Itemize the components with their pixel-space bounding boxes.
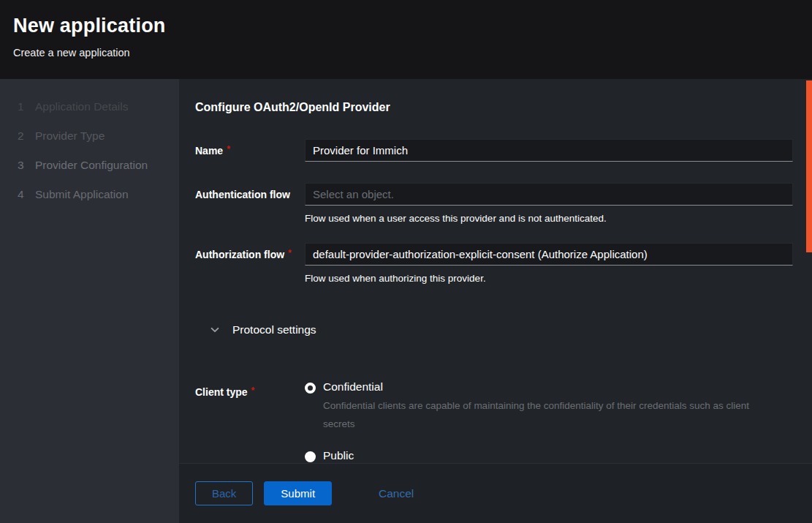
scrollbar-track[interactable] (806, 79, 812, 523)
step-number: 3 (18, 159, 35, 172)
submit-button[interactable]: Submit (264, 481, 332, 505)
authorization-flow-select[interactable] (305, 243, 793, 266)
name-row: Name* (195, 139, 793, 162)
name-input[interactable] (305, 139, 793, 162)
protocol-settings-title: Protocol settings (232, 323, 316, 336)
authentication-flow-row: Authentication flow Flow used when a use… (195, 183, 793, 224)
authorization-flow-label: Authorization flow* (195, 243, 305, 261)
required-indicator: * (227, 144, 230, 154)
radio-public-label[interactable]: Public (323, 449, 354, 462)
authentication-flow-select[interactable] (305, 183, 793, 206)
new-application-wizard: New application Create a new application… (0, 0, 812, 523)
page-subtitle: Create a new application (13, 47, 799, 59)
step-label: Provider Type (35, 129, 105, 143)
wizard-footer: Back Submit Cancel (179, 463, 812, 523)
wizard-step-application-details[interactable]: 1 Application Details (0, 92, 179, 121)
chevron-down-icon (210, 325, 220, 335)
client-type-label: Client type* (195, 380, 305, 399)
wizard-body: 1 Application Details 2 Provider Type 3 … (0, 79, 812, 523)
authentication-flow-label: Authentication flow (195, 183, 305, 201)
cancel-link[interactable]: Cancel (379, 487, 414, 500)
radio-public[interactable] (305, 451, 316, 462)
step-number: 1 (18, 100, 35, 113)
back-button[interactable]: Back (195, 481, 253, 505)
wizard-steps-sidebar: 1 Application Details 2 Provider Type 3 … (0, 79, 179, 523)
client-type-row: Client type* Confidential Confidential c… (195, 380, 793, 463)
wizard-step-provider-configuration[interactable]: 3 Provider Configuration (0, 151, 179, 180)
client-type-option-public: Public Public clients are incapable of m… (305, 449, 793, 463)
wizard-step-provider-type[interactable]: 2 Provider Type (0, 121, 179, 151)
scrollbar-thumb[interactable] (806, 80, 812, 252)
wizard-main: Configure OAuth2/OpenId Provider Name* A… (179, 79, 812, 523)
client-type-option-confidential: Confidential Confidential clients are ca… (305, 380, 793, 434)
form-heading: Configure OAuth2/OpenId Provider (195, 101, 793, 114)
name-label: Name* (195, 139, 305, 157)
authentication-flow-help: Flow used when a user access this provid… (305, 213, 793, 224)
step-number: 4 (18, 188, 35, 201)
step-label: Provider Configuration (35, 159, 148, 172)
radio-confidential[interactable] (305, 383, 316, 394)
step-label: Application Details (35, 100, 129, 113)
step-number: 2 (18, 129, 35, 143)
wizard-step-submit-application[interactable]: 4 Submit Application (0, 180, 179, 209)
page-header: New application Create a new application (0, 0, 812, 79)
radio-confidential-description: Confidential clients are capable of main… (323, 397, 753, 434)
page-title: New application (13, 15, 799, 37)
step-label: Submit Application (35, 188, 129, 201)
required-indicator: * (288, 248, 292, 258)
protocol-settings-toggle[interactable]: Protocol settings (210, 323, 793, 336)
required-indicator: * (251, 385, 255, 396)
provider-config-form: Configure OAuth2/OpenId Provider Name* A… (179, 79, 812, 463)
authorization-flow-help: Flow used when authorizing this provider… (305, 273, 793, 284)
radio-confidential-label[interactable]: Confidential (323, 380, 383, 393)
authorization-flow-row: Authorization flow* Flow used when autho… (195, 243, 793, 284)
